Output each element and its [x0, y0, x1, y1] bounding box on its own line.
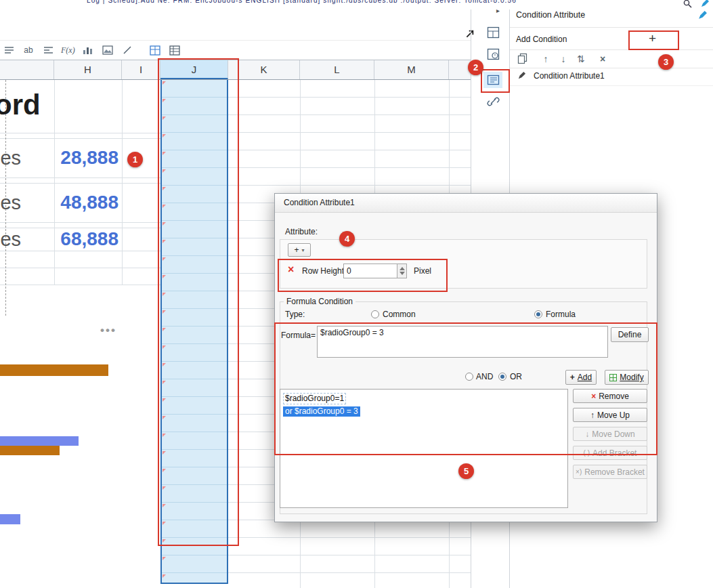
edit-flag-icon[interactable]: [700, 0, 710, 8]
panel-divider-line: [510, 85, 713, 86]
add-condition-label: Add Condition: [516, 35, 567, 44]
pixel-unit-label: Pixel: [414, 266, 431, 276]
radio-common-label[interactable]: Common: [383, 310, 416, 319]
condition-item-label[interactable]: Condition Attribute1: [534, 71, 605, 81]
radio-or-label[interactable]: OR: [510, 372, 522, 381]
collapse-chevron-icon[interactable]: ▸: [496, 7, 500, 14]
radio-or[interactable]: [498, 373, 506, 381]
move-up-icon[interactable]: ↑: [540, 52, 551, 66]
radio-and-label[interactable]: AND: [476, 372, 493, 381]
stepper-down-icon[interactable]: [399, 272, 405, 275]
grid-preview-icon[interactable]: [148, 43, 162, 57]
dropdown-caret-icon: ▾: [302, 247, 305, 253]
row-value: 68,888: [54, 227, 118, 251]
align-justify-icon[interactable]: [2, 43, 16, 57]
modify-formula-button[interactable]: Modify: [605, 370, 649, 385]
remove-attribute-icon[interactable]: ×: [288, 264, 294, 276]
annotation-badge-4: 4: [339, 231, 355, 247]
image-icon[interactable]: [101, 43, 114, 57]
column-header-m[interactable]: M: [374, 60, 449, 79]
toolbar-divider: [0, 40, 471, 41]
row-height-input[interactable]: [343, 264, 397, 278]
dialog-title[interactable]: Condition Attribute1: [275, 194, 657, 213]
formula-icon[interactable]: F(x): [61, 43, 75, 57]
column-header-h[interactable]: H: [54, 60, 122, 79]
modify-label: Modify: [620, 373, 643, 382]
copy-condition-icon[interactable]: [517, 53, 527, 67]
radio-and[interactable]: [465, 373, 473, 381]
brackets-icon: ( ): [584, 449, 590, 457]
up-arrow-icon: ↑: [590, 411, 595, 420]
panel-edit-icon[interactable]: [697, 10, 708, 20]
remove-button[interactable]: × Remove: [573, 389, 647, 403]
column-header-i[interactable]: I: [122, 60, 160, 79]
cell-element-icon[interactable]: [483, 46, 502, 62]
report-designer-window: Log | Schedu]:Add Ne: FRM: EncJobdou-s E…: [0, 0, 713, 588]
column-header-blank[interactable]: [0, 60, 54, 79]
chart-bar-orange: [0, 446, 60, 455]
column-header-j[interactable]: J: [160, 60, 228, 79]
add-bracket-label: Add Bracket: [592, 448, 636, 458]
chart-bar-blue: [0, 436, 79, 446]
column-j-overlay[interactable]: [160, 80, 228, 584]
delete-condition-icon[interactable]: ×: [597, 52, 608, 66]
radio-formula-label[interactable]: Formula: [546, 310, 576, 319]
annotation-badge-5: 5: [458, 463, 474, 479]
chart-bar-blue: [0, 514, 20, 524]
condition-attribute-icon[interactable]: [483, 72, 502, 88]
condition-list[interactable]: $radioGroup0=1 or $radioGroup0 = 3: [280, 389, 568, 508]
row-label: les: [0, 228, 21, 251]
column-header-k[interactable]: K: [228, 60, 300, 79]
line-tool-icon[interactable]: [121, 43, 134, 57]
row-value: 28,888: [54, 138, 118, 177]
cell-text-big: ord: [0, 85, 41, 125]
down-arrow-icon: ↓: [585, 429, 589, 439]
formula-label: Formula=: [281, 331, 316, 340]
add-bracket-button[interactable]: ( ) Add Bracket: [573, 446, 647, 460]
remove-label: Remove: [599, 392, 629, 401]
remove-bracket-icon: ×): [576, 468, 582, 476]
define-button[interactable]: Define: [611, 327, 649, 342]
item-edit-icon[interactable]: [517, 71, 526, 80]
annotation-badge-1: 1: [127, 152, 143, 167]
move-up-button[interactable]: ↑ Move Up: [573, 408, 647, 422]
row-height-stepper[interactable]: [397, 264, 407, 278]
add-attribute-button[interactable]: + ▾: [288, 243, 311, 257]
radio-common[interactable]: [371, 310, 379, 318]
move-down-button[interactable]: ↓ Move Down: [573, 427, 647, 441]
move-down-label: Move Down: [592, 429, 634, 439]
annotation-badge-2: 2: [468, 60, 483, 75]
hyperlink-icon[interactable]: [483, 93, 502, 110]
condition-line-selected[interactable]: or $radioGroup0 = 3: [283, 406, 360, 417]
panel-title: Condition Attribute: [516, 10, 585, 20]
search-icon[interactable]: [683, 0, 693, 9]
move-down-icon[interactable]: ↓: [558, 52, 569, 66]
column-header-blank2[interactable]: [449, 60, 471, 79]
chart-more-handle[interactable]: •••: [100, 324, 116, 337]
column-header-row: H I J K L M: [0, 60, 471, 80]
window-title-text: Log | Schedu]:Add Ne: FRM: EncJobdou-s E…: [87, 0, 683, 4]
add-condition-button[interactable]: +: [628, 30, 676, 47]
row-label: les: [0, 138, 21, 177]
sort-conditions-icon[interactable]: ⇅: [576, 52, 586, 66]
grid-settings-icon[interactable]: [168, 43, 181, 57]
gridline: [0, 268, 160, 268]
panel-divider-line: [510, 68, 713, 68]
modify-grid-icon: [609, 374, 617, 381]
formula-input[interactable]: $radioGroup0 = 3: [317, 326, 608, 358]
gridline: [0, 222, 160, 223]
text-tool-icon[interactable]: ab: [22, 43, 35, 57]
plus-icon: +: [570, 373, 575, 382]
remove-bracket-button[interactable]: ×) Remove Bracket: [573, 465, 647, 479]
column-header-l[interactable]: L: [300, 60, 374, 79]
chart-icon[interactable]: [81, 43, 95, 57]
condition-line[interactable]: $radioGroup0=1: [283, 393, 346, 404]
radio-formula[interactable]: [534, 310, 542, 318]
stepper-up-icon[interactable]: [399, 267, 405, 270]
add-formula-button[interactable]: + Add: [565, 370, 597, 385]
align-left-icon[interactable]: [41, 43, 55, 57]
gridline: [54, 80, 55, 285]
gridline: [122, 80, 123, 285]
panel-divider-line: [510, 27, 713, 28]
cell-attribute-icon[interactable]: [483, 24, 502, 41]
